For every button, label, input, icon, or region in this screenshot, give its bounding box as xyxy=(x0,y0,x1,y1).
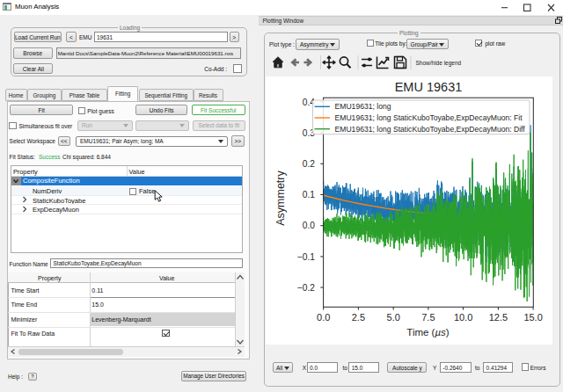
svg-text:5.0: 5.0 xyxy=(387,312,400,323)
svg-text:EMU19631; long StaticKuboToyab: EMU19631; long StaticKuboToyabe,ExpDecay… xyxy=(335,125,526,134)
svg-text:12.5: 12.5 xyxy=(489,312,508,323)
svg-text:0.0: 0.0 xyxy=(317,312,330,323)
svg-text:15.0: 15.0 xyxy=(523,312,542,323)
svg-text:7.5: 7.5 xyxy=(421,312,435,323)
svg-text:0.2: 0.2 xyxy=(303,159,315,169)
svg-text:2.5: 2.5 xyxy=(352,312,365,323)
svg-text:0.0: 0.0 xyxy=(303,221,315,230)
svg-text:EMU19631; long: EMU19631; long xyxy=(335,102,391,111)
svg-text:Asymmetry: Asymmetry xyxy=(274,171,287,226)
svg-text:Time (µs): Time (µs) xyxy=(406,327,450,338)
svg-text:−0.1: −0.1 xyxy=(297,252,315,262)
svg-text:10.0: 10.0 xyxy=(454,312,472,323)
svg-text:EMU 19631: EMU 19631 xyxy=(395,80,463,94)
svg-text:EMU19631; long StaticKuboToyab: EMU19631; long StaticKuboToyabe,ExpDecay… xyxy=(335,113,523,122)
svg-text:0.1: 0.1 xyxy=(303,190,315,200)
svg-text:−0.2: −0.2 xyxy=(297,283,315,293)
